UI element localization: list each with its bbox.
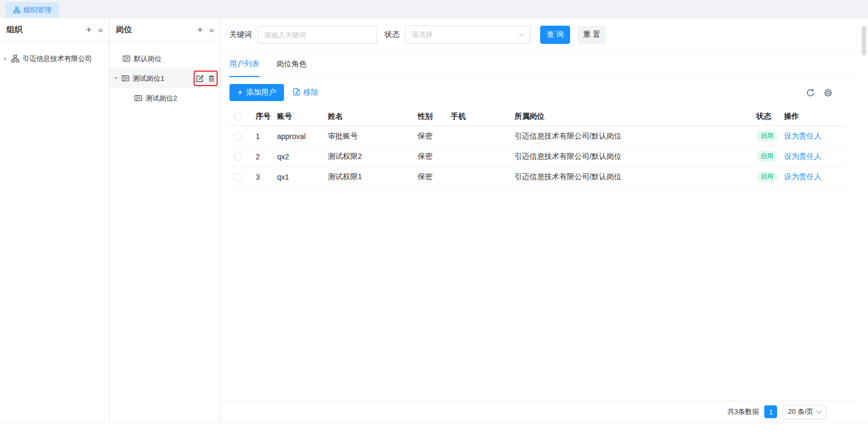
cell-name: 测试权限2	[328, 152, 418, 162]
cell-index: 3	[256, 173, 277, 181]
position-icon	[121, 74, 129, 82]
organization-panel-header: 组织 + »	[0, 18, 109, 41]
table-header-row: 序号 账号 姓名 性别 手机 所属岗位 状态 操作	[229, 107, 846, 126]
table-body: 1 approval 审批账号 保密 引迈信息技术有限公司/默认岗位 启用 设为…	[229, 126, 846, 187]
search-button[interactable]: 查 询	[540, 26, 570, 44]
tree-item-test-position-2[interactable]: 测试岗位2	[110, 88, 220, 108]
cell-name: 审批账号	[328, 132, 418, 141]
set-owner-link[interactable]: 设为责任人	[784, 152, 821, 160]
refresh-icon[interactable]	[806, 88, 815, 97]
cell-status: 启用	[756, 171, 784, 182]
main-layout: 组织 + » 引迈信息技术有限公司	[0, 18, 868, 423]
reset-button[interactable]: 重 置	[578, 26, 606, 44]
status-select-placeholder: 请选择	[412, 30, 433, 40]
cell-gender: 保密	[418, 132, 451, 141]
status-select[interactable]: 请选择	[405, 26, 531, 44]
remove-button[interactable]: 移除	[293, 88, 318, 97]
pagination-bar: 共3条数据 1 20 条/页	[221, 401, 854, 422]
caret-right-icon[interactable]	[4, 57, 7, 61]
keyword-input[interactable]	[257, 26, 377, 44]
row-checkbox[interactable]	[234, 132, 242, 141]
add-organization-button[interactable]: +	[86, 25, 92, 35]
tab-organization-management[interactable]: 组织管理	[5, 2, 59, 18]
remove-doc-icon	[293, 88, 301, 97]
row-checkbox-cell	[229, 132, 256, 141]
status-badge: 启用	[756, 130, 778, 142]
tree-item-label: 测试岗位2	[145, 94, 177, 103]
cell-gender: 保密	[418, 172, 451, 182]
filter-bar: 关键词 状态 请选择 查 询 重 置	[221, 18, 854, 52]
tab-label: 组织管理	[24, 5, 51, 15]
pagination-total: 共3条数据	[727, 407, 759, 417]
cell-position: 引迈信息技术有限公司/默认岗位	[514, 152, 756, 162]
scrollbar-thumb[interactable]	[862, 26, 866, 56]
chevron-down-icon	[817, 409, 822, 414]
organization-panel-title: 组织	[6, 25, 22, 35]
annotation-highlight-box	[194, 71, 218, 86]
column-header-position: 所属岗位	[514, 112, 756, 121]
cell-position: 引迈信息技术有限公司/默认岗位	[514, 172, 756, 182]
caret-down-icon[interactable]	[114, 77, 118, 80]
tree-item-label: 测试岗位1	[133, 74, 164, 83]
position-panel-header: 岗位 + »	[110, 18, 220, 41]
page-size-select[interactable]: 20 条/页	[782, 405, 826, 419]
set-owner-link[interactable]: 设为责任人	[784, 132, 821, 140]
collapse-organization-panel-button[interactable]: »	[98, 25, 103, 34]
keyword-label: 关键词	[229, 30, 252, 40]
status-badge: 启用	[756, 151, 778, 162]
organization-tree: 引迈信息技术有限公司	[0, 41, 109, 68]
cell-gender: 保密	[418, 152, 451, 162]
cell-status: 启用	[756, 151, 784, 162]
header-checkbox-cell	[229, 112, 256, 121]
tab-position-role[interactable]: 岗位角色	[276, 52, 306, 76]
column-header-phone: 手机	[451, 112, 514, 121]
collapse-position-panel-button[interactable]: »	[210, 25, 214, 34]
tree-item-company[interactable]: 引迈信息技术有限公司	[0, 49, 109, 68]
tree-item-test-position-1[interactable]: 测试岗位1	[110, 68, 220, 88]
delete-icon[interactable]	[208, 75, 215, 82]
row-checkbox[interactable]	[234, 152, 242, 161]
pagination-page-1[interactable]: 1	[764, 405, 777, 418]
table-row[interactable]: 3 qx1 测试权限1 保密 引迈信息技术有限公司/默认岗位 启用 设为责任人	[229, 167, 846, 187]
table-row[interactable]: 1 approval 审批账号 保密 引迈信息技术有限公司/默认岗位 启用 设为…	[229, 126, 846, 147]
main-content: 关键词 状态 请选择 查 询 重 置 用户列表 岗位角色 + 添加用户	[221, 18, 868, 422]
tree-item-label: 引迈信息技术有限公司	[22, 54, 92, 64]
edit-icon[interactable]	[196, 75, 204, 82]
top-tab-bar: 组织管理	[0, 0, 868, 18]
column-header-account: 账号	[277, 112, 328, 121]
cell-account: approval	[277, 132, 328, 141]
tree-item-label: 默认岗位	[134, 54, 162, 64]
plus-icon: +	[237, 88, 242, 97]
cell-position: 引迈信息技术有限公司/默认岗位	[514, 132, 756, 141]
sitemap-icon	[13, 6, 20, 13]
add-user-button[interactable]: + 添加用户	[229, 84, 284, 101]
position-panel-title: 岗位	[116, 25, 132, 35]
tree-item-default-position[interactable]: 默认岗位	[110, 49, 220, 68]
settings-gear-icon[interactable]	[824, 88, 833, 97]
select-all-checkbox[interactable]	[234, 112, 242, 121]
set-owner-link[interactable]: 设为责任人	[784, 172, 821, 181]
add-user-label: 添加用户	[246, 88, 276, 97]
page-size-value: 20 条/页	[788, 407, 813, 417]
app-root: 组织管理 组织 + » 引迈信息技	[0, 0, 868, 438]
tab-user-list[interactable]: 用户列表	[229, 52, 259, 76]
position-panel: 岗位 + » 默认岗位	[110, 18, 221, 422]
chevron-down-icon	[519, 32, 525, 37]
cell-action: 设为责任人	[784, 152, 846, 162]
sitemap-icon	[11, 55, 19, 63]
cell-status: 启用	[756, 130, 784, 142]
content-tabs: 用户列表 岗位角色	[221, 52, 854, 77]
organization-panel: 组织 + » 引迈信息技术有限公司	[0, 18, 110, 422]
table-row[interactable]: 2 qx2 测试权限2 保密 引迈信息技术有限公司/默认岗位 启用 设为责任人	[229, 147, 846, 167]
row-checkbox[interactable]	[234, 173, 242, 181]
toolbar-right-icons	[806, 88, 833, 97]
add-position-button[interactable]: +	[197, 25, 203, 35]
column-header-gender: 性别	[418, 112, 451, 121]
position-icon	[122, 55, 130, 63]
column-header-status: 状态	[756, 112, 784, 121]
cell-action: 设为责任人	[784, 172, 846, 182]
cell-action: 设为责任人	[784, 132, 846, 141]
row-checkbox-cell	[229, 152, 256, 161]
table-toolbar: + 添加用户 移除	[221, 77, 854, 107]
status-badge: 启用	[756, 171, 778, 182]
